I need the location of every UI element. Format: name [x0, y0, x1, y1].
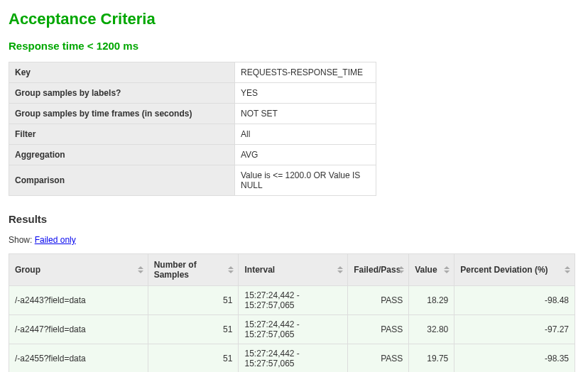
results-table: Group Number of Samples Interval Failed/… — [9, 253, 575, 372]
sort-icon[interactable] — [444, 266, 450, 274]
sort-icon[interactable] — [337, 266, 343, 274]
table-row: /-a2443?field=data 51 15:27:24,442 - 15:… — [9, 286, 575, 315]
cell-samples: 51 — [148, 315, 239, 344]
criteria-key: Filter — [9, 124, 235, 145]
cell-group: /-a2443?field=data — [9, 286, 148, 315]
cell-deviation: -98.35 — [454, 344, 575, 373]
page-title: Acceptance Criteria — [9, 10, 579, 28]
cell-failed-pass: PASS — [348, 286, 409, 315]
criteria-row: Filter All — [9, 124, 376, 145]
col-header-label: Failed/Pass — [354, 265, 401, 275]
criteria-key: Group samples by labels? — [9, 83, 235, 104]
criteria-value: NOT SET — [235, 104, 376, 124]
col-header-failed-pass[interactable]: Failed/Pass — [348, 254, 409, 286]
col-header-label: Interval — [244, 265, 275, 275]
col-header-value[interactable]: Value — [409, 254, 454, 286]
table-row: /-a2455?field=data 51 15:27:24,442 - 15:… — [9, 344, 575, 373]
cell-interval: 15:27:24,442 - 15:27:57,065 — [239, 344, 348, 373]
table-row: /-a2447?field=data 51 15:27:24,442 - 15:… — [9, 315, 575, 344]
col-header-interval[interactable]: Interval — [239, 254, 348, 286]
cell-value: 18.29 — [409, 286, 454, 315]
criteria-row: Aggregation AVG — [9, 145, 376, 165]
col-header-label: Group — [15, 265, 40, 275]
cell-samples: 51 — [148, 344, 239, 373]
show-filter-line: Show: Failed only — [9, 235, 579, 245]
criteria-value: Value is <= 1200.0 OR Value IS NULL — [235, 165, 376, 196]
sort-icon[interactable] — [228, 266, 234, 274]
criteria-table: Key REQUESTS-RESPONSE_TIME Group samples… — [9, 62, 376, 196]
cell-group: /-a2455?field=data — [9, 344, 148, 373]
col-header-label: Percent Deviation (%) — [460, 265, 548, 275]
criteria-value: AVG — [235, 145, 376, 165]
cell-failed-pass: PASS — [348, 315, 409, 344]
cell-failed-pass: PASS — [348, 344, 409, 373]
sort-icon[interactable] — [138, 266, 143, 274]
criteria-subtitle: Response time < 1200 ms — [9, 40, 579, 52]
cell-group: /-a2447?field=data — [9, 315, 148, 344]
col-header-samples[interactable]: Number of Samples — [148, 254, 239, 286]
cell-samples: 51 — [148, 286, 239, 315]
cell-interval: 15:27:24,442 - 15:27:57,065 — [239, 315, 348, 344]
cell-value: 32.80 — [409, 315, 454, 344]
col-header-label: Number of Samples — [154, 260, 197, 280]
show-failed-only-link[interactable]: Failed only — [35, 235, 76, 245]
criteria-row: Group samples by labels? YES — [9, 83, 376, 104]
criteria-row: Key REQUESTS-RESPONSE_TIME — [9, 62, 376, 83]
criteria-key: Key — [9, 62, 235, 83]
criteria-row: Group samples by time frames (in seconds… — [9, 104, 376, 124]
criteria-row: Comparison Value is <= 1200.0 OR Value I… — [9, 165, 376, 196]
col-header-group[interactable]: Group — [9, 254, 148, 286]
criteria-key: Group samples by time frames (in seconds… — [9, 104, 235, 124]
cell-value: 19.75 — [409, 344, 454, 373]
col-header-deviation[interactable]: Percent Deviation (%) — [454, 254, 575, 286]
show-label: Show: — [9, 235, 35, 245]
sort-icon[interactable] — [565, 266, 570, 274]
sort-icon[interactable] — [398, 266, 404, 274]
col-header-label: Value — [415, 265, 437, 275]
cell-deviation: -98.48 — [454, 286, 575, 315]
criteria-key: Comparison — [9, 165, 235, 196]
criteria-value: All — [235, 124, 376, 145]
criteria-value: YES — [235, 83, 376, 104]
criteria-value: REQUESTS-RESPONSE_TIME — [235, 62, 376, 83]
cell-deviation: -97.27 — [454, 315, 575, 344]
cell-interval: 15:27:24,442 - 15:27:57,065 — [239, 286, 348, 315]
results-heading: Results — [9, 213, 579, 225]
criteria-key: Aggregation — [9, 145, 235, 165]
